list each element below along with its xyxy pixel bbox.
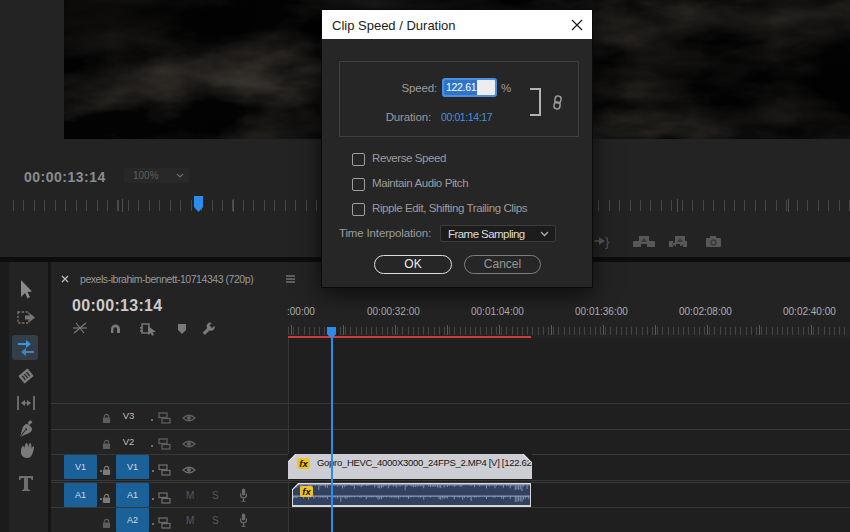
svg-text:}: } [605, 234, 610, 249]
